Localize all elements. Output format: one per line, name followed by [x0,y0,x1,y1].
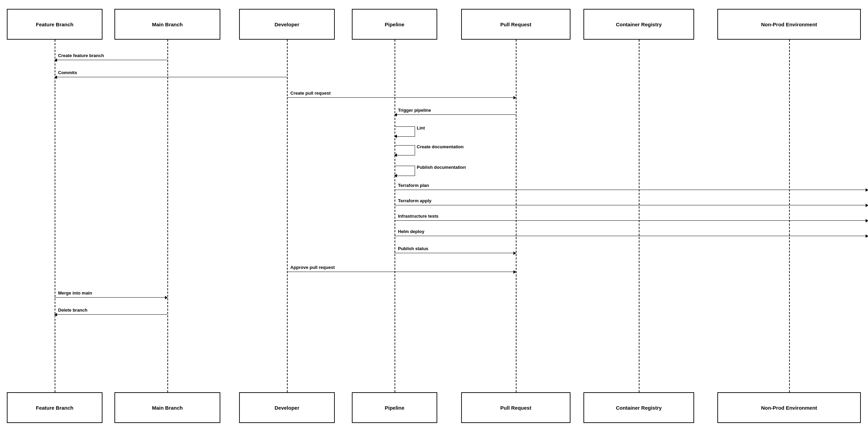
arrow-label-5: Create documentation [417,144,464,149]
actor-top-pull_request: Pull Request [461,9,570,40]
actor-top-main_branch: Main Branch [114,9,220,40]
actor-top-non_prod: Non-Prod Environment [717,9,861,40]
arrow-label-3: Trigger pipeline [398,108,431,113]
arrow-label-1: Commits [58,70,77,75]
arrow-12 [287,272,516,272]
arrow-self-4 [395,126,415,137]
arrow-label-0: Create feature branch [58,53,104,58]
lifeline-main_branch [167,40,168,392]
actor-bottom-non_prod: Non-Prod Environment [717,392,861,423]
arrow-label-12: Approve pull request [290,265,335,270]
arrow-3 [395,114,516,115]
actor-bottom-feature_branch: Feature Branch [7,392,102,423]
actor-bottom-pipeline: Pipeline [352,392,437,423]
lifeline-pipeline [395,40,395,392]
arrow-label-11: Publish status [398,246,428,251]
arrow-label-8: Terraform apply [398,198,431,203]
actor-top-pipeline: Pipeline [352,9,437,40]
arrow-self-5 [395,145,415,155]
lifeline-feature_branch [55,40,55,392]
arrow-2 [287,97,516,98]
arrow-label-2: Create pull request [290,91,331,96]
arrow-label-13: Merge into main [58,290,92,296]
lifeline-developer [287,40,288,392]
arrow-11 [395,253,516,253]
arrow-label-6: Publish documentation [417,165,466,170]
arrow-14 [55,314,167,315]
lifeline-non_prod [789,40,790,392]
arrow-9 [395,220,868,221]
arrow-label-14: Delete branch [58,308,87,313]
lifeline-container_registry [639,40,639,392]
sequence-diagram: Feature BranchMain BranchDeveloperPipeli… [0,0,868,437]
actor-bottom-developer: Developer [239,392,335,423]
arrow-label-4: Lint [417,125,425,131]
arrow-13 [55,297,167,298]
arrow-self-6 [395,166,415,176]
arrow-label-10: Helm deploy [398,229,424,234]
arrow-0 [55,60,167,60]
arrow-7 [395,190,868,190]
actor-bottom-pull_request: Pull Request [461,392,570,423]
actor-top-developer: Developer [239,9,335,40]
arrow-label-7: Terraform plan [398,183,429,188]
actor-bottom-main_branch: Main Branch [114,392,220,423]
arrow-8 [395,205,868,205]
actor-top-container_registry: Container Registry [583,9,694,40]
actor-top-feature_branch: Feature Branch [7,9,102,40]
lifeline-pull_request [516,40,516,392]
arrow-1 [55,77,287,77]
arrow-10 [395,236,868,236]
actor-bottom-container_registry: Container Registry [583,392,694,423]
arrow-label-9: Infrastructure tests [398,214,438,219]
